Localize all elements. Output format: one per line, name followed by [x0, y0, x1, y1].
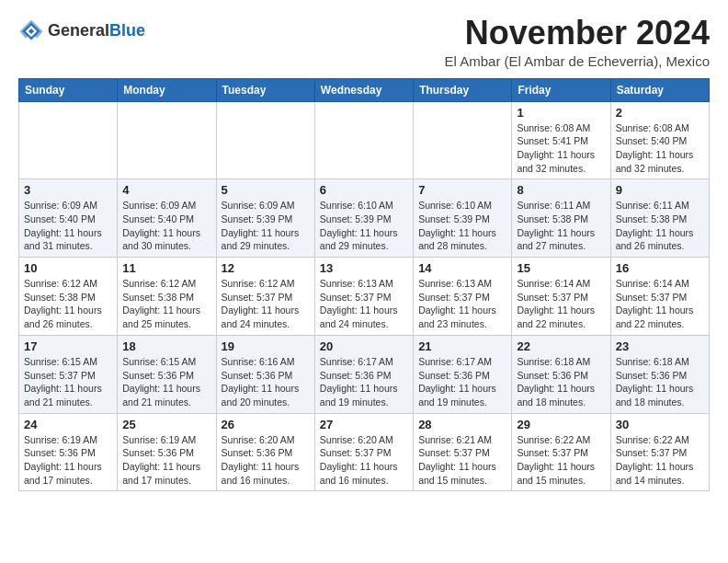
calendar-cell: 27Sunrise: 6:20 AM Sunset: 5:37 PM Dayli… [314, 413, 413, 491]
day-number: 10 [24, 261, 112, 275]
day-info: Sunrise: 6:11 AM Sunset: 5:38 PM Dayligh… [616, 199, 704, 253]
calendar-cell: 29Sunrise: 6:22 AM Sunset: 5:37 PM Dayli… [512, 413, 610, 491]
day-info: Sunrise: 6:19 AM Sunset: 5:36 PM Dayligh… [122, 433, 210, 488]
day-info: Sunrise: 6:10 AM Sunset: 5:39 PM Dayligh… [320, 199, 408, 253]
day-info: Sunrise: 6:08 AM Sunset: 5:41 PM Dayligh… [517, 121, 605, 176]
day-info: Sunrise: 6:18 AM Sunset: 5:36 PM Dayligh… [616, 355, 704, 409]
calendar-cell: 17Sunrise: 6:15 AM Sunset: 5:37 PM Dayli… [19, 335, 118, 413]
day-info: Sunrise: 6:19 AM Sunset: 5:36 PM Dayligh… [24, 433, 112, 488]
calendar-cell: 20Sunrise: 6:17 AM Sunset: 5:36 PM Dayli… [314, 335, 413, 413]
logo-icon [18, 18, 44, 44]
day-number: 4 [122, 183, 210, 197]
day-number: 3 [24, 183, 112, 197]
calendar-week-4: 24Sunrise: 6:19 AM Sunset: 5:36 PM Dayli… [19, 413, 710, 491]
calendar-cell: 13Sunrise: 6:13 AM Sunset: 5:37 PM Dayli… [314, 258, 413, 336]
day-info: Sunrise: 6:18 AM Sunset: 5:36 PM Dayligh… [517, 355, 605, 409]
calendar-cell: 15Sunrise: 6:14 AM Sunset: 5:37 PM Dayli… [512, 258, 610, 336]
day-info: Sunrise: 6:16 AM Sunset: 5:36 PM Dayligh… [222, 355, 310, 409]
calendar-cell: 14Sunrise: 6:13 AM Sunset: 5:37 PM Dayli… [414, 258, 512, 336]
calendar-cell: 22Sunrise: 6:18 AM Sunset: 5:36 PM Dayli… [512, 335, 610, 413]
calendar-cell: 4Sunrise: 6:09 AM Sunset: 5:40 PM Daylig… [118, 179, 216, 258]
day-info: Sunrise: 6:20 AM Sunset: 5:36 PM Dayligh… [222, 433, 310, 488]
day-info: Sunrise: 6:14 AM Sunset: 5:37 PM Dayligh… [517, 277, 605, 331]
calendar-cell [314, 101, 413, 179]
day-info: Sunrise: 6:13 AM Sunset: 5:37 PM Dayligh… [418, 277, 506, 331]
header: General Blue November 2024 El Ambar (El … [18, 15, 710, 69]
day-number: 11 [122, 261, 210, 275]
day-number: 19 [222, 339, 310, 353]
calendar-cell: 21Sunrise: 6:17 AM Sunset: 5:36 PM Dayli… [414, 335, 512, 413]
day-info: Sunrise: 6:17 AM Sunset: 5:36 PM Dayligh… [418, 355, 506, 409]
calendar-cell: 18Sunrise: 6:15 AM Sunset: 5:36 PM Dayli… [118, 335, 216, 413]
calendar-cell: 11Sunrise: 6:12 AM Sunset: 5:38 PM Dayli… [118, 258, 216, 336]
day-info: Sunrise: 6:20 AM Sunset: 5:37 PM Dayligh… [320, 433, 408, 488]
title-area: November 2024 El Ambar (El Ambar de Eche… [445, 15, 710, 69]
weekday-header-monday: Monday [118, 78, 216, 101]
day-info: Sunrise: 6:09 AM Sunset: 5:40 PM Dayligh… [24, 199, 112, 253]
calendar-cell: 12Sunrise: 6:12 AM Sunset: 5:37 PM Dayli… [216, 258, 314, 336]
day-number: 12 [222, 261, 310, 275]
calendar-cell: 26Sunrise: 6:20 AM Sunset: 5:36 PM Dayli… [216, 413, 314, 491]
calendar-cell: 28Sunrise: 6:21 AM Sunset: 5:37 PM Dayli… [414, 413, 512, 491]
calendar-cell: 8Sunrise: 6:11 AM Sunset: 5:38 PM Daylig… [512, 179, 610, 258]
calendar-cell [118, 101, 216, 179]
calendar-body: 1Sunrise: 6:08 AM Sunset: 5:41 PM Daylig… [19, 101, 710, 491]
day-number: 29 [517, 418, 605, 431]
calendar-table: SundayMondayTuesdayWednesdayThursdayFrid… [18, 78, 710, 492]
calendar-cell: 23Sunrise: 6:18 AM Sunset: 5:36 PM Dayli… [610, 335, 709, 413]
calendar-cell [19, 101, 118, 179]
calendar-week-1: 3Sunrise: 6:09 AM Sunset: 5:40 PM Daylig… [19, 179, 710, 258]
calendar-cell: 9Sunrise: 6:11 AM Sunset: 5:38 PM Daylig… [610, 179, 709, 258]
calendar-week-2: 10Sunrise: 6:12 AM Sunset: 5:38 PM Dayli… [19, 258, 710, 336]
day-info: Sunrise: 6:09 AM Sunset: 5:40 PM Dayligh… [122, 199, 210, 253]
day-info: Sunrise: 6:12 AM Sunset: 5:38 PM Dayligh… [24, 277, 112, 331]
day-number: 20 [320, 339, 408, 353]
day-number: 25 [122, 418, 210, 431]
calendar-week-0: 1Sunrise: 6:08 AM Sunset: 5:41 PM Daylig… [19, 101, 710, 179]
day-number: 13 [320, 261, 408, 275]
day-number: 1 [517, 106, 605, 120]
day-number: 23 [616, 339, 704, 353]
calendar-cell: 19Sunrise: 6:16 AM Sunset: 5:36 PM Dayli… [216, 335, 314, 413]
day-number: 28 [418, 418, 506, 431]
calendar-cell: 16Sunrise: 6:14 AM Sunset: 5:37 PM Dayli… [610, 258, 709, 336]
day-number: 21 [418, 339, 506, 353]
weekday-header-saturday: Saturday [610, 78, 709, 101]
day-info: Sunrise: 6:14 AM Sunset: 5:37 PM Dayligh… [616, 277, 704, 331]
day-number: 26 [222, 418, 310, 431]
calendar-cell: 5Sunrise: 6:09 AM Sunset: 5:39 PM Daylig… [216, 179, 314, 258]
day-info: Sunrise: 6:11 AM Sunset: 5:38 PM Dayligh… [517, 199, 605, 253]
calendar-cell: 10Sunrise: 6:12 AM Sunset: 5:38 PM Dayli… [19, 258, 118, 336]
day-info: Sunrise: 6:22 AM Sunset: 5:37 PM Dayligh… [517, 433, 605, 488]
day-number: 8 [517, 183, 605, 197]
weekday-header-friday: Friday [512, 78, 610, 101]
location-subtitle: El Ambar (El Ambar de Echeverria), Mexic… [445, 53, 710, 69]
weekday-header-tuesday: Tuesday [216, 78, 314, 101]
weekday-header-row: SundayMondayTuesdayWednesdayThursdayFrid… [19, 78, 710, 101]
calendar-cell: 2Sunrise: 6:08 AM Sunset: 5:40 PM Daylig… [610, 101, 709, 179]
calendar-cell: 30Sunrise: 6:22 AM Sunset: 5:37 PM Dayli… [610, 413, 709, 491]
weekday-header-thursday: Thursday [414, 78, 512, 101]
day-number: 22 [517, 339, 605, 353]
day-info: Sunrise: 6:17 AM Sunset: 5:36 PM Dayligh… [320, 355, 408, 409]
day-number: 15 [517, 261, 605, 275]
calendar-cell: 1Sunrise: 6:08 AM Sunset: 5:41 PM Daylig… [512, 101, 610, 179]
day-info: Sunrise: 6:08 AM Sunset: 5:40 PM Dayligh… [616, 121, 704, 176]
day-number: 14 [418, 261, 506, 275]
day-number: 5 [222, 183, 310, 197]
calendar-header: SundayMondayTuesdayWednesdayThursdayFrid… [19, 78, 710, 101]
day-number: 6 [320, 183, 408, 197]
calendar-week-3: 17Sunrise: 6:15 AM Sunset: 5:37 PM Dayli… [19, 335, 710, 413]
day-number: 2 [616, 106, 704, 120]
day-number: 24 [24, 418, 112, 431]
day-info: Sunrise: 6:13 AM Sunset: 5:37 PM Dayligh… [320, 277, 408, 331]
day-number: 18 [122, 339, 210, 353]
day-info: Sunrise: 6:15 AM Sunset: 5:36 PM Dayligh… [122, 355, 210, 409]
calendar-cell: 7Sunrise: 6:10 AM Sunset: 5:39 PM Daylig… [414, 179, 512, 258]
logo: General Blue [18, 18, 145, 44]
weekday-header-wednesday: Wednesday [314, 78, 413, 101]
day-number: 27 [320, 418, 408, 431]
calendar-cell [216, 101, 314, 179]
day-info: Sunrise: 6:12 AM Sunset: 5:38 PM Dayligh… [122, 277, 210, 331]
day-number: 17 [24, 339, 112, 353]
